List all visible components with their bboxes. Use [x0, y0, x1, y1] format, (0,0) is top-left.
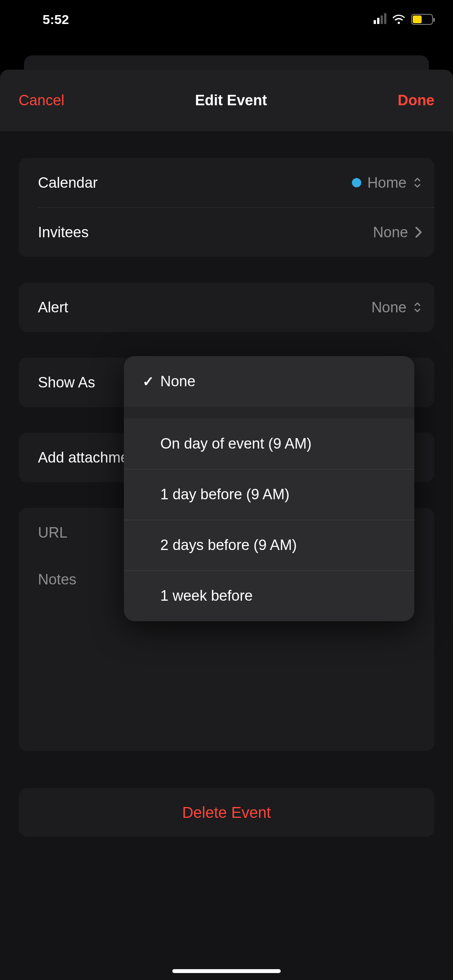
- popover-item-1-day[interactable]: 1 day before (9 AM): [124, 469, 414, 520]
- calendar-color-dot-icon: [352, 178, 361, 187]
- popover-item-label: 1 day before (9 AM): [160, 486, 290, 503]
- invitees-row[interactable]: Invitees None: [19, 207, 434, 257]
- wifi-icon: [392, 14, 406, 24]
- battery-icon: [411, 14, 433, 25]
- cancel-button[interactable]: Cancel: [19, 92, 64, 109]
- calendar-row[interactable]: Calendar Home: [19, 158, 434, 207]
- show-as-label: Show As: [38, 374, 95, 391]
- group-alert: Alert None: [19, 283, 434, 332]
- edit-event-sheet: Cancel Edit Event Done Calendar Home Inv…: [0, 70, 453, 980]
- alert-value: None: [371, 299, 407, 316]
- popover-separator: [124, 407, 414, 418]
- invitees-value-container: None: [373, 224, 422, 241]
- sheet-title: Edit Event: [195, 92, 267, 109]
- alert-label: Alert: [38, 299, 68, 316]
- alert-row[interactable]: Alert None: [19, 283, 434, 332]
- status-bar: 5:52: [0, 0, 453, 39]
- nav-bar: Cancel Edit Event Done: [0, 70, 453, 132]
- chevron-updown-icon: [413, 176, 422, 189]
- home-indicator[interactable]: [172, 969, 281, 973]
- chevron-updown-icon: [413, 301, 422, 314]
- invitees-value: None: [373, 224, 408, 241]
- invitees-label: Invitees: [38, 224, 89, 241]
- popover-item-label: 2 days before (9 AM): [160, 537, 297, 553]
- popover-item-label: 1 week before: [160, 588, 253, 604]
- popover-item-label: None: [160, 373, 196, 390]
- calendar-value-container: Home: [352, 175, 422, 191]
- alert-popover: ✓ None On day of event (9 AM) 1 day befo…: [124, 356, 414, 621]
- popover-item-1-week[interactable]: 1 week before: [124, 571, 414, 621]
- status-time: 5:52: [43, 12, 69, 27]
- delete-event-button[interactable]: Delete Event: [19, 788, 434, 837]
- alert-value-container: None: [371, 299, 422, 316]
- popover-item-none[interactable]: ✓ None: [124, 356, 414, 407]
- checkmark-icon: ✓: [136, 373, 160, 390]
- popover-item-day-of[interactable]: On day of event (9 AM): [124, 418, 414, 469]
- status-right: [374, 14, 433, 25]
- chevron-right-icon: [414, 226, 422, 238]
- group-calendar-invitees: Calendar Home Invitees None: [19, 158, 434, 257]
- calendar-label: Calendar: [38, 175, 98, 191]
- cellular-signal-icon: [374, 15, 386, 24]
- popover-item-label: On day of event (9 AM): [160, 435, 312, 452]
- popover-item-2-days[interactable]: 2 days before (9 AM): [124, 520, 414, 571]
- done-button[interactable]: Done: [398, 92, 434, 109]
- delete-event-label: Delete Event: [182, 804, 271, 821]
- calendar-value: Home: [367, 175, 407, 191]
